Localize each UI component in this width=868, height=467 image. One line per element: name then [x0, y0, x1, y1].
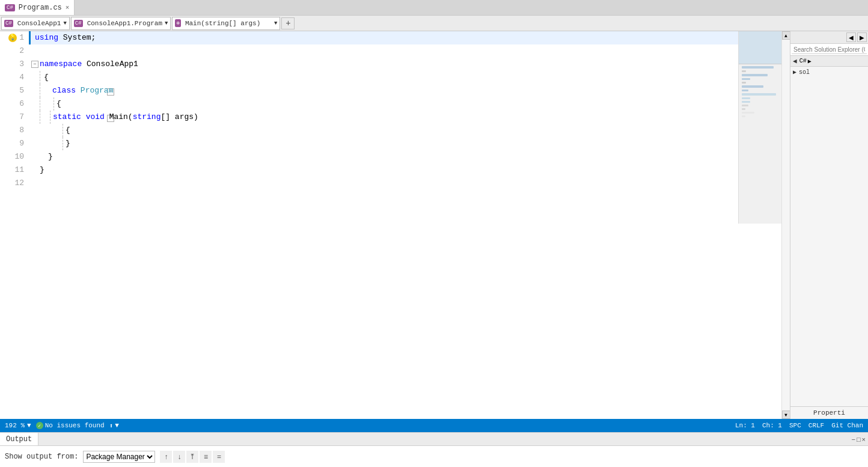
zoom-arrow: ▼: [27, 422, 31, 429]
nav-add-button[interactable]: +: [281, 17, 295, 29]
nav-method-arrow: ▼: [274, 20, 277, 26]
bottom-area: Output − □ × Show output from: Package M…: [0, 432, 868, 467]
line-num-10: 10: [2, 150, 24, 163]
output-tab-label: Output: [6, 435, 32, 444]
cs-file-icon: C#: [799, 58, 807, 64]
output-btn-up[interactable]: ↑: [160, 451, 172, 463]
code-line-3[interactable]: − namespace ConsoleApp1: [29, 58, 781, 71]
line-num-6: 6: [2, 97, 24, 111]
main-area: 💡 1 2 3 4 5 6 7 8 9 10 11 12: [0, 31, 868, 419]
line-num-12: 12: [2, 177, 24, 190]
status-bar: 192 % ▼ ✓ No issues found ⬆ ▼ Ln: 1 Ch: …: [0, 419, 868, 432]
code-line-7[interactable]: − static void Main(string[] args): [29, 111, 781, 124]
tab-close-btn[interactable]: ×: [66, 4, 70, 11]
code-line-5[interactable]: − class Program: [29, 84, 781, 97]
line-position: Ln: 1: [735, 422, 755, 429]
status-left: 192 % ▼ ✓ No issues found ⬆ ▼: [5, 422, 119, 430]
code-line-1[interactable]: using System;: [29, 31, 781, 44]
git-changes-label[interactable]: Git Chan: [831, 422, 863, 429]
line-num-3: 3: [2, 58, 24, 71]
bottom-tabs: Output − □ ×: [0, 433, 868, 446]
solution-search-area: [790, 44, 868, 56]
zoom-area[interactable]: 192 % ▼: [5, 422, 31, 429]
output-btn-down[interactable]: ↓: [173, 451, 185, 463]
line-num-11: 11: [2, 163, 24, 177]
bottom-maximize-btn[interactable]: □: [857, 436, 861, 443]
bottom-close-btn[interactable]: ×: [862, 436, 866, 443]
cs-icon: C#: [4, 20, 13, 27]
solution-header-icon: ◀: [793, 57, 797, 65]
code-line-6[interactable]: {: [29, 97, 781, 111]
solution-panel: ◀ ▶ ◀ C# ▶ ▶ sol Properti: [790, 31, 868, 419]
cs-icon3: ⊕: [175, 19, 180, 27]
code-line-4[interactable]: {: [29, 71, 781, 84]
scroll-down-btn[interactable]: ▼: [782, 411, 790, 419]
nav-project-label: ConsoleApp1: [17, 20, 61, 27]
solution-tree-header: ◀ C# ▶: [790, 56, 868, 67]
solution-tree: ▶ sol: [790, 67, 868, 406]
scroll-up-btn[interactable]: ▲: [782, 31, 790, 40]
nav-method-label: Main(string[] args): [185, 20, 260, 27]
code-line-10[interactable]: }: [29, 150, 781, 163]
code-line-2[interactable]: [29, 44, 781, 58]
line-num-9: 9: [2, 137, 24, 150]
output-btn-clear[interactable]: =: [213, 451, 225, 463]
solution-top-controls: ◀ ▶: [790, 31, 868, 44]
cs-icon2: C#: [74, 20, 83, 27]
nav-project-dropdown[interactable]: C# ConsoleApp1 ▼: [1, 17, 70, 30]
line-numbers: 💡 1 2 3 4 5 6 7 8 9 10 11 12: [0, 31, 29, 419]
output-btn-wrap[interactable]: ≡: [200, 451, 212, 463]
code-line-11[interactable]: }: [29, 163, 781, 177]
nav-method-dropdown[interactable]: ⊕ Main(string[] args) ▼: [172, 17, 280, 30]
git-indicator[interactable]: ⬆ ▼: [109, 422, 119, 430]
editor-area: 💡 1 2 3 4 5 6 7 8 9 10 11 12: [0, 31, 790, 419]
nav-class-arrow: ▼: [165, 20, 168, 26]
collapse-btn-3[interactable]: −: [31, 61, 38, 68]
code-line-8[interactable]: {: [29, 124, 781, 137]
solution-back-btn[interactable]: ◀: [846, 32, 856, 42]
line-num-2: 2: [2, 44, 24, 58]
status-right: Ln: 1 Ch: 1 SPC CRLF Git Chan: [735, 422, 863, 429]
nav-class-dropdown[interactable]: C# ConsoleApp1.Program ▼: [71, 17, 171, 30]
editor-scroll-container: 💡 1 2 3 4 5 6 7 8 9 10 11 12: [0, 31, 790, 419]
cursor-indicator: [29, 31, 31, 44]
solution-expand-arrow: ▶: [808, 58, 811, 65]
line-num-1: 💡 1: [2, 31, 24, 44]
ch-position: Ch: 1: [762, 422, 782, 429]
nav-bar: C# ConsoleApp1 ▼ C# ConsoleApp1.Program …: [0, 16, 868, 31]
bottom-content: Show output from: Package Manager ↑ ↓ ⤒ …: [0, 446, 868, 467]
status-check-area: ✓ No issues found: [36, 422, 105, 429]
line-ending-label: CRLF: [808, 422, 824, 429]
output-tab[interactable]: Output: [0, 433, 38, 445]
line-num-5: 5: [2, 84, 24, 97]
tab-label: Program.cs: [19, 4, 62, 12]
nav-class-label: ConsoleApp1.Program: [87, 20, 162, 27]
output-source-select[interactable]: Package Manager: [83, 451, 155, 463]
output-toolbar: ↑ ↓ ⤒ ≡ =: [160, 451, 225, 463]
properties-panel-label[interactable]: Properti: [790, 406, 868, 419]
bottom-tab-controls: − □ ×: [851, 436, 868, 443]
output-label: Show output from:: [5, 453, 78, 461]
line-num-4: 4: [2, 71, 24, 84]
check-icon: ✓: [36, 422, 43, 429]
zoom-value: 192 %: [5, 422, 25, 429]
hint-icon-1: 💡: [8, 34, 17, 42]
tree-item-solution[interactable]: ▶ sol: [790, 68, 868, 76]
encoding-label: SPC: [789, 422, 801, 429]
solution-forward-btn[interactable]: ▶: [857, 32, 867, 42]
editor-scrollbar[interactable]: ▲ ▼: [781, 31, 790, 419]
code-line-9[interactable]: }: [29, 137, 781, 150]
bottom-minimize-btn[interactable]: −: [851, 436, 855, 443]
line-num-7: 7: [2, 111, 24, 124]
output-btn-top[interactable]: ⤒: [186, 451, 198, 463]
status-check-label: No issues found: [45, 422, 105, 429]
program-cs-tab[interactable]: C# Program.cs ×: [0, 0, 75, 15]
code-line-12[interactable]: [29, 177, 781, 190]
nav-project-arrow: ▼: [63, 20, 66, 26]
solution-search-input[interactable]: [792, 46, 867, 54]
line-num-8: 8: [2, 124, 24, 137]
tab-cs-icon: C#: [5, 4, 15, 11]
code-lines-wrapper[interactable]: using System; − namespace ConsoleApp1 {: [29, 31, 781, 419]
tab-bar: C# Program.cs ×: [0, 0, 868, 16]
